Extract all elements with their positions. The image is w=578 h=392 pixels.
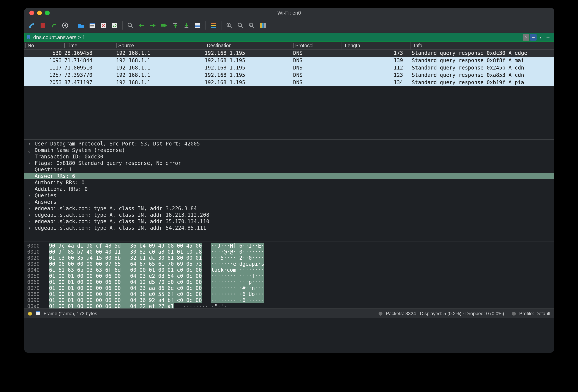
hex-line[interactable]: 0090 01 00 01 00 00 00 06 00 04 36 92 a4… [27, 297, 551, 303]
detail-line[interactable]: › edgeapi.slack.com: type A, class IN, a… [24, 218, 554, 225]
status-bar: Frame (frame), 173 bytes Packets: 3324 ·… [24, 308, 554, 318]
svg-rect-17 [211, 25, 216, 26]
auto-scroll-button[interactable] [193, 21, 202, 30]
maximize-button[interactable] [45, 11, 50, 15]
go-to-last-button[interactable] [182, 21, 191, 30]
svg-rect-18 [211, 27, 216, 28]
main-toolbar: 1 [24, 18, 554, 33]
svg-line-20 [230, 26, 232, 28]
close-file-button[interactable] [99, 21, 108, 30]
status-profile[interactable]: Profile: Default [519, 311, 550, 316]
packet-row[interactable]: 205387.471197192.168.1.1192.168.1.195DNS… [24, 79, 554, 86]
stop-capture-button[interactable] [38, 21, 48, 30]
packet-row[interactable]: 53028.169458192.168.1.1192.168.1.195DNS1… [24, 50, 554, 57]
add-filter-button[interactable]: ＋ [545, 34, 551, 41]
svg-rect-0 [41, 23, 45, 28]
hex-line[interactable]: 0010 00 9f 85 b7 40 00 40 11 30 82 c0 a8… [27, 249, 551, 255]
zoom-out-button[interactable] [236, 21, 245, 30]
status-dot [379, 312, 383, 316]
hex-line[interactable]: 0040 6c 61 63 6b 03 63 6f 6d 00 00 01 00… [27, 267, 551, 273]
detail-line[interactable]: › Queries [24, 192, 554, 199]
hex-line[interactable]: 0060 01 00 01 00 00 00 06 00 04 12 d5 70… [27, 279, 551, 285]
col-no[interactable]: No. [24, 42, 63, 49]
display-filter-bar: ✕ ➔ ▾ ＋ [24, 33, 554, 42]
packet-row[interactable]: 109371.714844192.168.1.1192.168.1.195DNS… [24, 57, 554, 64]
svg-line-24 [241, 26, 243, 28]
detail-line[interactable]: › edgeapi.slack.com: type A, class IN, a… [24, 225, 554, 231]
hex-line[interactable]: 0000 90 9c 4a d1 90 cf 48 5d 36 b4 09 49… [27, 243, 551, 249]
capture-file-properties-icon[interactable] [35, 310, 40, 317]
minimize-button[interactable] [37, 11, 42, 15]
svg-line-27 [252, 26, 254, 28]
zoom-reset-button[interactable]: 1 [247, 21, 256, 30]
col-time[interactable]: Time [63, 42, 115, 49]
svg-rect-15 [195, 25, 200, 27]
detail-line[interactable]: Answer RRs: 6 [24, 173, 554, 179]
go-forward-button[interactable] [148, 21, 158, 30]
svg-rect-11 [161, 24, 164, 27]
col-proto[interactable]: Protocol [292, 42, 341, 49]
detail-line[interactable]: Questions: 1 [24, 166, 554, 173]
detail-line[interactable]: › edgeapi.slack.com: type A, class IN, a… [24, 212, 554, 218]
display-filter-input[interactable] [32, 34, 523, 40]
find-packet-button[interactable] [126, 21, 135, 30]
detail-line[interactable]: ⌄ Domain Name System (response) [24, 147, 554, 153]
titlebar: Wi-Fi: en0 [24, 8, 554, 18]
hex-line[interactable]: 00a0 01 00 01 00 00 00 06 00 04 22 ef 27… [27, 303, 551, 308]
status-frame-info: Frame (frame), 173 bytes [44, 311, 97, 316]
hex-line[interactable]: 0050 01 00 01 00 00 00 06 00 04 03 e2 03… [27, 273, 551, 279]
col-info[interactable]: Info [411, 42, 554, 49]
close-button[interactable] [29, 11, 34, 15]
shark-fin-icon[interactable] [27, 21, 36, 30]
reload-file-button[interactable] [110, 21, 119, 30]
detail-line[interactable]: Authority RRs: 0 [24, 179, 554, 186]
col-dst[interactable]: Destination [203, 42, 292, 49]
status-dot2 [512, 312, 516, 316]
col-len[interactable]: Length [341, 42, 411, 49]
svg-rect-4 [90, 23, 95, 24]
hex-line[interactable]: 0030 00 06 00 00 00 00 07 65 64 67 65 61… [27, 261, 551, 267]
detail-line[interactable]: › edgeapi.slack.com: type A, class IN, a… [24, 205, 554, 212]
svg-rect-5 [91, 25, 94, 26]
hex-line[interactable]: 0020 01 c3 00 35 a4 15 00 8b 32 b1 dc 30… [27, 255, 551, 261]
status-packets: Packets: 3324 · Displayed: 5 (0.2%) · Dr… [386, 311, 504, 316]
filter-dropdown-button[interactable]: ▾ [537, 34, 544, 41]
packet-bytes-pane[interactable]: 0000 90 9c 4a d1 90 cf 48 5d 36 b4 09 49… [24, 242, 554, 308]
svg-text:1: 1 [250, 24, 251, 26]
svg-rect-6 [91, 27, 94, 27]
hex-line[interactable]: 0080 01 00 01 00 00 00 06 00 04 36 e0 55… [27, 291, 551, 297]
packet-details-pane[interactable]: › User Datagram Protocol, Src Port: 53, … [24, 139, 554, 242]
resize-columns-button[interactable] [258, 21, 268, 30]
svg-point-9 [128, 23, 131, 27]
svg-rect-30 [262, 23, 264, 28]
colorize-button[interactable] [209, 21, 218, 30]
svg-rect-16 [211, 23, 216, 24]
packet-list[interactable]: 53028.169458192.168.1.1192.168.1.195DNS1… [24, 50, 554, 139]
bookmark-icon[interactable] [25, 34, 32, 40]
restart-capture-button[interactable] [49, 21, 59, 30]
go-to-packet-button[interactable] [159, 21, 169, 30]
go-back-button[interactable] [137, 21, 146, 30]
open-file-button[interactable] [76, 21, 86, 30]
hex-line[interactable]: 0070 01 00 01 00 00 00 06 00 04 23 aa 86… [27, 285, 551, 291]
expert-info-led[interactable] [28, 312, 32, 316]
capture-options-button[interactable] [60, 21, 70, 30]
packet-row[interactable]: 125772.393770192.168.1.1192.168.1.195DNS… [24, 72, 554, 79]
traffic-lights [29, 11, 50, 15]
detail-line[interactable]: › User Datagram Protocol, Src Port: 53, … [24, 141, 554, 147]
svg-rect-29 [260, 23, 262, 28]
detail-line[interactable]: › Flags: 0x8180 Standard query response,… [24, 160, 554, 166]
detail-line[interactable]: ⌄ Answers [24, 199, 554, 205]
apply-filter-button[interactable]: ➔ [530, 34, 536, 41]
svg-rect-33 [36, 311, 40, 312]
save-file-button[interactable] [87, 21, 97, 30]
window-title: Wi-Fi: en0 [277, 10, 301, 16]
go-to-first-button[interactable] [171, 21, 180, 30]
clear-filter-button[interactable]: ✕ [523, 34, 529, 41]
detail-line[interactable]: Transaction ID: 0xdc30 [24, 153, 554, 160]
svg-point-2 [64, 24, 66, 27]
zoom-in-button[interactable] [225, 21, 234, 30]
detail-line[interactable]: Additional RRs: 0 [24, 186, 554, 192]
col-src[interactable]: Source [115, 42, 203, 49]
packet-row[interactable]: 111771.809510192.168.1.1192.168.1.195DNS… [24, 64, 554, 72]
